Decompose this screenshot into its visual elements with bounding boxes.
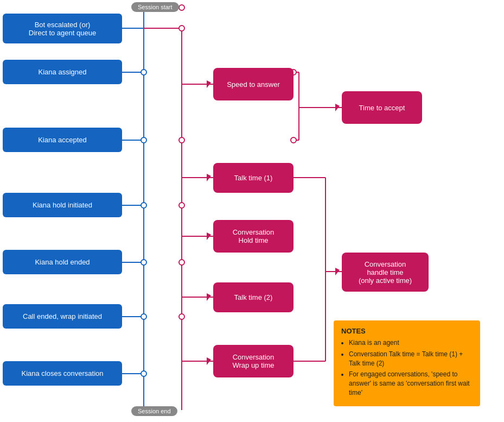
event-call-ended-wrap: Call ended, wrap initiated: [3, 304, 122, 329]
svg-point-29: [179, 26, 184, 31]
svg-point-43: [179, 5, 184, 10]
event-kiana-hold-ended: Kiana hold ended: [3, 250, 122, 274]
svg-point-24: [141, 137, 146, 143]
notes-item-3: For engaged conversations, 'speed to ans…: [349, 370, 473, 397]
svg-marker-42: [207, 357, 211, 365]
metric-talk-time-1: Talk time (1): [213, 163, 294, 193]
svg-marker-41: [207, 293, 211, 301]
session-start-label: Session start: [131, 2, 179, 12]
svg-marker-40: [207, 232, 211, 240]
event-kiana-accepted: Kiana accepted: [3, 128, 122, 152]
svg-point-28: [141, 371, 146, 376]
svg-point-26: [141, 260, 146, 265]
metric-conv-handle-time: Conversation handle time (only active ti…: [342, 253, 429, 292]
metric-speed-to-answer: Speed to answer: [213, 68, 294, 100]
metric-conv-wrap-up: Conversation Wrap up time: [213, 345, 294, 377]
svg-point-23: [141, 70, 146, 75]
notes-box: NOTES Kiana is an agent Conversation Tal…: [334, 320, 480, 406]
metric-conv-hold-time: Conversation Hold time: [213, 220, 294, 253]
svg-point-25: [141, 203, 146, 208]
svg-point-27: [141, 314, 146, 319]
notes-item-1: Kiana is an agent: [349, 338, 473, 348]
event-kiana-closes: Kiana closes conversation: [3, 361, 122, 386]
svg-marker-39: [207, 174, 211, 181]
diagram-container: Session start Session end Bot escalated …: [0, 0, 504, 422]
event-kiana-assigned: Kiana assigned: [3, 60, 122, 84]
svg-marker-38: [207, 80, 211, 88]
session-end-label: Session end: [131, 406, 177, 416]
svg-point-33: [179, 314, 184, 319]
svg-point-30: [179, 137, 184, 143]
event-kiana-hold-initiated: Kiana hold initiated: [3, 193, 122, 217]
svg-marker-36: [335, 104, 340, 111]
metric-talk-time-2: Talk time (2): [213, 282, 294, 312]
metric-time-to-accept: Time to accept: [342, 91, 422, 124]
svg-point-32: [179, 260, 184, 265]
notes-list: Kiana is an agent Conversation Talk time…: [341, 338, 473, 398]
notes-title: NOTES: [341, 327, 473, 335]
svg-point-31: [179, 203, 184, 208]
svg-marker-37: [335, 268, 340, 275]
svg-point-35: [291, 137, 296, 143]
event-bot-escalated: Bot escalated (or) Direct to agent queue: [3, 14, 122, 43]
notes-item-2: Conversation Talk time = Talk time (1) +…: [349, 350, 473, 368]
